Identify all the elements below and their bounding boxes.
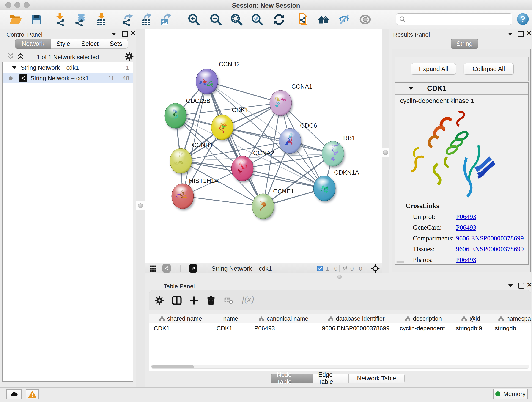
- main-toolbar: ?: [0, 10, 532, 29]
- crosslink-link[interactable]: P06493: [456, 224, 476, 231]
- warnings-button[interactable]: [26, 389, 39, 400]
- create-column-plus-icon[interactable]: [189, 295, 199, 306]
- collapse-all-button[interactable]: Collapse All: [464, 63, 514, 75]
- show-columns-icon[interactable]: [171, 295, 182, 306]
- pan-crosshair-icon[interactable]: [371, 264, 380, 273]
- collection-expand-arrow[interactable]: [12, 66, 17, 69]
- zoom-selected-icon[interactable]: [251, 13, 264, 26]
- table-panel-close-button[interactable]: ✕: [526, 283, 532, 287]
- string-view-icon[interactable]: [162, 264, 171, 273]
- table-cell[interactable]: CDK1: [212, 323, 250, 333]
- column-header-shared-name[interactable]: shared name: [149, 314, 212, 323]
- table-cell[interactable]: stringdb:9...: [451, 323, 490, 333]
- results-panel-menu-button[interactable]: [508, 32, 513, 36]
- table-horizontal-scrollbar[interactable]: [151, 365, 529, 369]
- horizontal-splitter-handle[interactable]: [337, 275, 342, 279]
- sortable-column-icon: [259, 316, 264, 321]
- export-network-icon[interactable]: [121, 13, 134, 26]
- detach-view-icon[interactable]: [189, 264, 197, 273]
- results-panel-float-button[interactable]: [518, 31, 524, 37]
- node-CCNE1[interactable]: CCNE1: [252, 188, 294, 219]
- export-table-icon[interactable]: [140, 13, 153, 26]
- expand-all-button[interactable]: Expand All: [411, 63, 456, 75]
- edge-CCNB2-CCNE1[interactable]: [207, 81, 263, 206]
- function-builder-icon[interactable]: f(x): [242, 294, 254, 304]
- cloud-status-button[interactable]: [6, 389, 22, 400]
- node-CDC25B[interactable]: CDC25B: [165, 97, 210, 128]
- column-header-name[interactable]: name: [212, 314, 250, 323]
- node-CCNB1[interactable]: CCNB1: [170, 142, 213, 173]
- table-panel-menu-button[interactable]: [508, 284, 513, 287]
- gene-panel-header[interactable]: CDK1: [395, 83, 528, 95]
- node-CDKN1A[interactable]: CDKN1A: [313, 169, 359, 201]
- table-cell[interactable]: P06493: [250, 323, 317, 333]
- control-panel-float-button[interactable]: [122, 31, 128, 37]
- birdseye-grid-icon[interactable]: [149, 265, 157, 272]
- column-header-description[interactable]: description: [395, 314, 451, 323]
- tab-edge-table[interactable]: Edge Table: [312, 374, 349, 383]
- column-header-canonical-name[interactable]: canonical name: [250, 314, 317, 323]
- network-options-gear-icon[interactable]: [124, 51, 134, 61]
- fit-content-icon[interactable]: [230, 13, 243, 26]
- table-cell[interactable]: 9606.ENSP00000378699: [317, 323, 395, 333]
- hide-selected-icon[interactable]: [338, 13, 351, 26]
- save-session-icon[interactable]: [30, 13, 43, 26]
- node-HIST1H1A[interactable]: HIST1H1A: [172, 177, 219, 209]
- tab-network[interactable]: Network: [15, 39, 51, 49]
- open-session-icon[interactable]: [9, 13, 22, 26]
- tab-string[interactable]: String: [451, 39, 478, 49]
- crosslink-link[interactable]: 9606.ENSP00000378699: [456, 235, 524, 242]
- crosslink-link[interactable]: P06493: [456, 213, 476, 220]
- table-cell[interactable]: cyclin-dependent ...: [395, 323, 451, 333]
- zoom-in-icon[interactable]: [187, 13, 200, 26]
- network-view-canvas[interactable]: CCNB2CCNA1CDC25BCDK1CDC6RB1CCNB1CCNA2CDK…: [146, 29, 382, 263]
- refresh-icon[interactable]: [273, 13, 285, 26]
- results-panel-close-button[interactable]: ✕: [526, 31, 532, 36]
- column-header-namespace[interactable]: namespace: [490, 314, 531, 323]
- right-splitter-handle[interactable]: [381, 148, 390, 157]
- edge-CCNB2-CCNA1[interactable]: [207, 81, 281, 103]
- control-panel-menu-button[interactable]: [111, 32, 116, 36]
- results-scrollbar-thumb[interactable]: [396, 261, 404, 263]
- selected-checkbox-icon[interactable]: [317, 265, 323, 272]
- search-input[interactable]: [408, 14, 510, 24]
- import-string-network-icon[interactable]: [298, 13, 310, 26]
- network-row-selected[interactable]: String Network – cdk1 11 48: [3, 73, 133, 83]
- table-panel-float-button[interactable]: [518, 283, 524, 288]
- import-network-from-file-icon[interactable]: [55, 13, 67, 26]
- tab-select[interactable]: Select: [76, 39, 104, 49]
- crosslink-link[interactable]: P06493: [456, 256, 476, 264]
- tab-node-table[interactable]: Node Table: [271, 374, 313, 383]
- export-image-icon[interactable]: [159, 13, 172, 26]
- node-RB1[interactable]: RB1: [322, 134, 355, 166]
- left-splitter-handle[interactable]: [136, 201, 145, 211]
- hidden-eye-icon[interactable]: [342, 265, 348, 272]
- tab-style[interactable]: Style: [51, 39, 76, 49]
- show-all-icon[interactable]: [359, 13, 372, 26]
- import-network-from-database-icon[interactable]: [74, 13, 87, 26]
- network-collection-row[interactable]: String Network – cdk1 1: [3, 62, 133, 73]
- delete-table-icon[interactable]: [224, 297, 233, 305]
- table-row[interactable]: CDK1CDK1P064939606.ENSP00000378699cyclin…: [149, 323, 531, 333]
- node-CCNA1[interactable]: CCNA1: [270, 83, 312, 115]
- memory-button[interactable]: Memory: [493, 389, 528, 399]
- edge-HIST1H1A-CCNE1[interactable]: [183, 196, 263, 206]
- tab-sets[interactable]: Sets: [104, 39, 128, 49]
- table-options-gear-icon[interactable]: [154, 295, 165, 306]
- delete-column-trash-icon[interactable]: [206, 295, 216, 306]
- column-header-database-identifier[interactable]: database identifier: [317, 314, 395, 323]
- zoom-out-icon[interactable]: [209, 13, 222, 26]
- horizontal-splitter[interactable]: [146, 273, 532, 281]
- crosslink-link[interactable]: 9606.ENSP00000378699: [456, 245, 524, 253]
- table-scrollbar-thumb[interactable]: [152, 365, 194, 368]
- import-table-from-file-icon[interactable]: [95, 13, 108, 26]
- table-cell[interactable]: stringdb: [490, 323, 531, 333]
- gene-collapse-arrow[interactable]: [408, 87, 413, 90]
- help-icon[interactable]: ?: [516, 13, 529, 26]
- table-cell[interactable]: CDK1: [149, 323, 212, 333]
- string-home-icon[interactable]: [317, 13, 330, 26]
- string-network-graph[interactable]: CCNB2CCNA1CDC25BCDK1CDC6RB1CCNB1CCNA2CDK…: [146, 29, 382, 263]
- tab-network-table[interactable]: Network Table: [348, 374, 405, 383]
- column-header-@id[interactable]: @id: [451, 314, 490, 323]
- control-panel-close-button[interactable]: ✕: [130, 31, 136, 36]
